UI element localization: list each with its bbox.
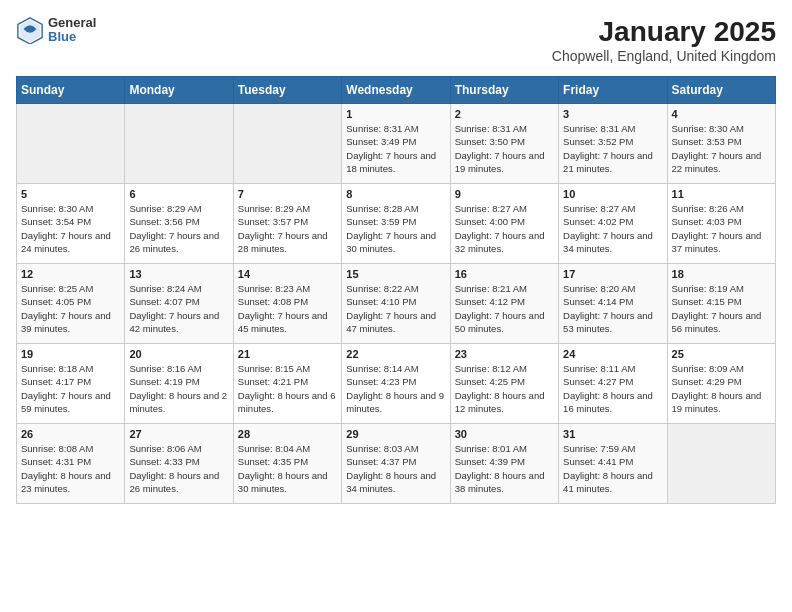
- calendar-week-row: 19Sunrise: 8:18 AMSunset: 4:17 PMDayligh…: [17, 344, 776, 424]
- calendar-cell: 14Sunrise: 8:23 AMSunset: 4:08 PMDayligh…: [233, 264, 341, 344]
- title-block: January 2025 Chopwell, England, United K…: [552, 16, 776, 64]
- calendar-cell: 20Sunrise: 8:16 AMSunset: 4:19 PMDayligh…: [125, 344, 233, 424]
- calendar-cell: 28Sunrise: 8:04 AMSunset: 4:35 PMDayligh…: [233, 424, 341, 504]
- calendar-cell: 17Sunrise: 8:20 AMSunset: 4:14 PMDayligh…: [559, 264, 667, 344]
- calendar-cell: 3Sunrise: 8:31 AMSunset: 3:52 PMDaylight…: [559, 104, 667, 184]
- calendar-cell: 6Sunrise: 8:29 AMSunset: 3:56 PMDaylight…: [125, 184, 233, 264]
- logo-blue: Blue: [48, 30, 96, 44]
- calendar-cell: 7Sunrise: 8:29 AMSunset: 3:57 PMDaylight…: [233, 184, 341, 264]
- logo-text: General Blue: [48, 16, 96, 45]
- day-number: 24: [563, 348, 662, 360]
- day-number: 26: [21, 428, 120, 440]
- calendar-cell: 24Sunrise: 8:11 AMSunset: 4:27 PMDayligh…: [559, 344, 667, 424]
- calendar-cell: [125, 104, 233, 184]
- day-info: Sunrise: 8:29 AMSunset: 3:56 PMDaylight:…: [129, 202, 228, 255]
- calendar-cell: 27Sunrise: 8:06 AMSunset: 4:33 PMDayligh…: [125, 424, 233, 504]
- weekday-header: Sunday: [17, 77, 125, 104]
- day-number: 31: [563, 428, 662, 440]
- day-info: Sunrise: 8:27 AMSunset: 4:02 PMDaylight:…: [563, 202, 662, 255]
- calendar-cell: 22Sunrise: 8:14 AMSunset: 4:23 PMDayligh…: [342, 344, 450, 424]
- weekday-header: Tuesday: [233, 77, 341, 104]
- calendar-cell: 12Sunrise: 8:25 AMSunset: 4:05 PMDayligh…: [17, 264, 125, 344]
- day-number: 19: [21, 348, 120, 360]
- calendar-cell: 25Sunrise: 8:09 AMSunset: 4:29 PMDayligh…: [667, 344, 775, 424]
- day-number: 13: [129, 268, 228, 280]
- logo: General Blue: [16, 16, 96, 45]
- day-number: 23: [455, 348, 554, 360]
- weekday-header: Saturday: [667, 77, 775, 104]
- day-info: Sunrise: 7:59 AMSunset: 4:41 PMDaylight:…: [563, 442, 662, 495]
- day-number: 14: [238, 268, 337, 280]
- calendar-cell: 13Sunrise: 8:24 AMSunset: 4:07 PMDayligh…: [125, 264, 233, 344]
- weekday-header: Friday: [559, 77, 667, 104]
- calendar-cell: 1Sunrise: 8:31 AMSunset: 3:49 PMDaylight…: [342, 104, 450, 184]
- day-number: 27: [129, 428, 228, 440]
- calendar-table: SundayMondayTuesdayWednesdayThursdayFrid…: [16, 76, 776, 504]
- day-info: Sunrise: 8:08 AMSunset: 4:31 PMDaylight:…: [21, 442, 120, 495]
- calendar-cell: 15Sunrise: 8:22 AMSunset: 4:10 PMDayligh…: [342, 264, 450, 344]
- day-number: 15: [346, 268, 445, 280]
- logo-icon: [16, 16, 44, 44]
- calendar-cell: [17, 104, 125, 184]
- day-number: 4: [672, 108, 771, 120]
- day-info: Sunrise: 8:23 AMSunset: 4:08 PMDaylight:…: [238, 282, 337, 335]
- day-info: Sunrise: 8:03 AMSunset: 4:37 PMDaylight:…: [346, 442, 445, 495]
- day-info: Sunrise: 8:04 AMSunset: 4:35 PMDaylight:…: [238, 442, 337, 495]
- day-info: Sunrise: 8:24 AMSunset: 4:07 PMDaylight:…: [129, 282, 228, 335]
- weekday-header: Wednesday: [342, 77, 450, 104]
- day-number: 12: [21, 268, 120, 280]
- calendar-cell: 19Sunrise: 8:18 AMSunset: 4:17 PMDayligh…: [17, 344, 125, 424]
- calendar-cell: 31Sunrise: 7:59 AMSunset: 4:41 PMDayligh…: [559, 424, 667, 504]
- day-number: 30: [455, 428, 554, 440]
- calendar-subtitle: Chopwell, England, United Kingdom: [552, 48, 776, 64]
- calendar-week-row: 5Sunrise: 8:30 AMSunset: 3:54 PMDaylight…: [17, 184, 776, 264]
- day-info: Sunrise: 8:19 AMSunset: 4:15 PMDaylight:…: [672, 282, 771, 335]
- day-number: 10: [563, 188, 662, 200]
- calendar-cell: [233, 104, 341, 184]
- day-info: Sunrise: 8:20 AMSunset: 4:14 PMDaylight:…: [563, 282, 662, 335]
- day-number: 11: [672, 188, 771, 200]
- calendar-cell: 30Sunrise: 8:01 AMSunset: 4:39 PMDayligh…: [450, 424, 558, 504]
- calendar-cell: 29Sunrise: 8:03 AMSunset: 4:37 PMDayligh…: [342, 424, 450, 504]
- day-info: Sunrise: 8:12 AMSunset: 4:25 PMDaylight:…: [455, 362, 554, 415]
- day-info: Sunrise: 8:16 AMSunset: 4:19 PMDaylight:…: [129, 362, 228, 415]
- calendar-cell: [667, 424, 775, 504]
- day-info: Sunrise: 8:15 AMSunset: 4:21 PMDaylight:…: [238, 362, 337, 415]
- day-number: 29: [346, 428, 445, 440]
- calendar-week-row: 1Sunrise: 8:31 AMSunset: 3:49 PMDaylight…: [17, 104, 776, 184]
- day-number: 1: [346, 108, 445, 120]
- day-number: 17: [563, 268, 662, 280]
- weekday-header: Monday: [125, 77, 233, 104]
- calendar-cell: 4Sunrise: 8:30 AMSunset: 3:53 PMDaylight…: [667, 104, 775, 184]
- day-info: Sunrise: 8:14 AMSunset: 4:23 PMDaylight:…: [346, 362, 445, 415]
- calendar-week-row: 26Sunrise: 8:08 AMSunset: 4:31 PMDayligh…: [17, 424, 776, 504]
- day-info: Sunrise: 8:18 AMSunset: 4:17 PMDaylight:…: [21, 362, 120, 415]
- day-number: 25: [672, 348, 771, 360]
- day-number: 28: [238, 428, 337, 440]
- day-number: 20: [129, 348, 228, 360]
- day-info: Sunrise: 8:28 AMSunset: 3:59 PMDaylight:…: [346, 202, 445, 255]
- calendar-title: January 2025: [552, 16, 776, 48]
- day-number: 16: [455, 268, 554, 280]
- day-info: Sunrise: 8:11 AMSunset: 4:27 PMDaylight:…: [563, 362, 662, 415]
- day-info: Sunrise: 8:22 AMSunset: 4:10 PMDaylight:…: [346, 282, 445, 335]
- calendar-header: SundayMondayTuesdayWednesdayThursdayFrid…: [17, 77, 776, 104]
- day-number: 2: [455, 108, 554, 120]
- calendar-cell: 9Sunrise: 8:27 AMSunset: 4:00 PMDaylight…: [450, 184, 558, 264]
- calendar-cell: 5Sunrise: 8:30 AMSunset: 3:54 PMDaylight…: [17, 184, 125, 264]
- logo-general: General: [48, 16, 96, 30]
- day-number: 3: [563, 108, 662, 120]
- day-info: Sunrise: 8:01 AMSunset: 4:39 PMDaylight:…: [455, 442, 554, 495]
- weekday-row: SundayMondayTuesdayWednesdayThursdayFrid…: [17, 77, 776, 104]
- day-number: 6: [129, 188, 228, 200]
- day-info: Sunrise: 8:26 AMSunset: 4:03 PMDaylight:…: [672, 202, 771, 255]
- day-info: Sunrise: 8:25 AMSunset: 4:05 PMDaylight:…: [21, 282, 120, 335]
- calendar-cell: 10Sunrise: 8:27 AMSunset: 4:02 PMDayligh…: [559, 184, 667, 264]
- day-info: Sunrise: 8:31 AMSunset: 3:49 PMDaylight:…: [346, 122, 445, 175]
- day-number: 7: [238, 188, 337, 200]
- day-info: Sunrise: 8:21 AMSunset: 4:12 PMDaylight:…: [455, 282, 554, 335]
- calendar-cell: 21Sunrise: 8:15 AMSunset: 4:21 PMDayligh…: [233, 344, 341, 424]
- day-info: Sunrise: 8:31 AMSunset: 3:50 PMDaylight:…: [455, 122, 554, 175]
- calendar-week-row: 12Sunrise: 8:25 AMSunset: 4:05 PMDayligh…: [17, 264, 776, 344]
- calendar-cell: 8Sunrise: 8:28 AMSunset: 3:59 PMDaylight…: [342, 184, 450, 264]
